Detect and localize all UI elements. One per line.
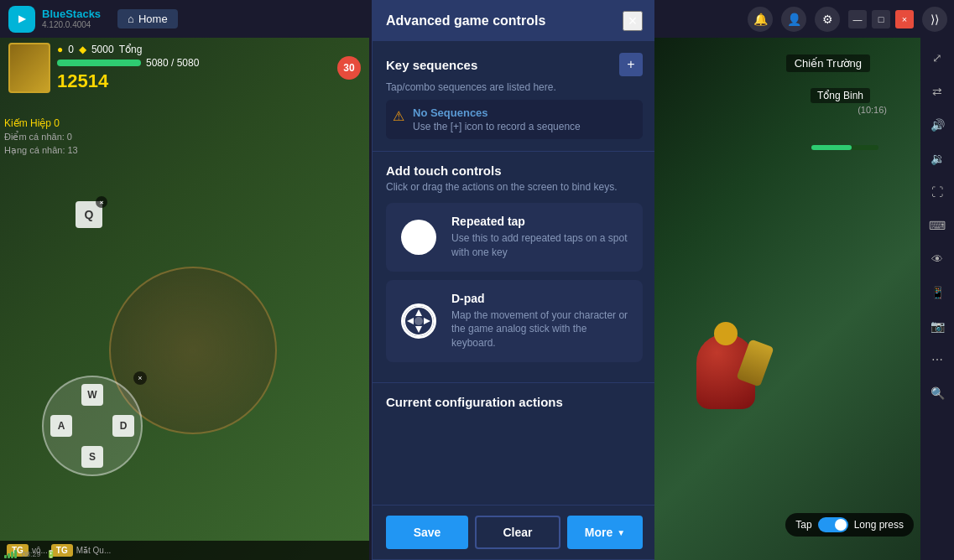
close-button[interactable]: × xyxy=(895,10,914,29)
player-avatar xyxy=(8,43,50,93)
general-name: Tổng Binh xyxy=(811,88,870,103)
s-key[interactable]: S xyxy=(81,446,103,468)
top-bar: ▶ BlueStacks 4.120.0.4004 ⌂ Home xyxy=(0,0,369,38)
level-badge: 30 xyxy=(337,56,361,80)
panel-close-button[interactable]: × xyxy=(623,11,643,31)
a-key[interactable]: A xyxy=(50,415,72,437)
home-button[interactable]: ⌂ Home xyxy=(117,9,178,29)
warning-icon: ⚠ xyxy=(393,108,404,124)
diamond-icon: ◆ xyxy=(79,44,86,55)
bar2 xyxy=(8,553,10,558)
right-hp-bar xyxy=(811,145,878,150)
char-name-area: Kiếm Hiệp 0 Điểm cá nhân: 0 Hạng cá nhân… xyxy=(4,117,78,156)
panel-body[interactable]: Key sequences + Tap/combo sequences are … xyxy=(373,41,656,505)
controls-panel: Advanced game controls × Key sequences +… xyxy=(372,0,657,560)
key-sequences-desc: Tap/combo sequences are listed here. xyxy=(386,81,643,93)
gold-icon: ● xyxy=(57,44,63,55)
fullscreen-icon[interactable]: ⛶ xyxy=(924,179,951,205)
camera-icon[interactable]: 📷 xyxy=(924,313,951,340)
coordinates: (10:16) xyxy=(858,105,887,115)
home-icon: ⌂ xyxy=(128,13,134,25)
dpad-svg xyxy=(404,306,434,336)
more-label: More xyxy=(585,526,613,539)
collapse-icon[interactable]: ⟩⟩ xyxy=(922,7,947,32)
no-seq-content: No Sequences Use the [+] icon to record … xyxy=(413,106,581,132)
dpad-ring xyxy=(401,303,436,339)
maximize-button[interactable]: □ xyxy=(872,10,890,29)
current-config-section: Current configuration actions xyxy=(373,382,656,414)
save-button[interactable]: Save xyxy=(386,516,468,549)
repeated-tap-icon xyxy=(398,216,440,258)
q-key-control[interactable]: Q × xyxy=(76,201,102,228)
wasd-close-btn[interactable]: × xyxy=(133,371,147,385)
tap-label: Tap xyxy=(795,519,811,531)
right-top-bar: 🔔 👤 ⚙ — □ × ⟩⟩ xyxy=(654,0,954,38)
gold-value: 0 xyxy=(68,44,74,55)
home-label: Home xyxy=(138,13,168,25)
diamond-value: 5000 xyxy=(91,44,114,55)
mat-qua-text: Mắt Qu... xyxy=(76,546,112,555)
window-controls: — □ × xyxy=(848,10,914,29)
key-sequences-section: Key sequences + Tap/combo sequences are … xyxy=(373,41,656,152)
key-sequences-title: Key sequences xyxy=(386,58,477,72)
app-version: 4.120.0.4004 xyxy=(42,20,101,29)
game-character xyxy=(696,334,755,409)
char-name: Kiếm Hiệp 0 xyxy=(4,117,78,129)
dpad-icon-area xyxy=(398,300,440,342)
chevron-down-icon: ▼ xyxy=(617,528,625,537)
svg-point-5 xyxy=(414,317,423,325)
notification-icon[interactable]: 🔔 xyxy=(748,7,773,32)
more-dots-icon[interactable]: ⋯ xyxy=(924,346,951,373)
app-info: BlueStacks 4.120.0.4004 xyxy=(42,8,101,29)
eye-icon[interactable]: 👁 xyxy=(924,246,951,272)
tap-circle xyxy=(401,220,436,255)
big-number-row: 12514 xyxy=(57,70,331,92)
hp-fill xyxy=(57,60,141,66)
dpad-desc: Map the movement of your character or th… xyxy=(451,309,631,350)
tong-label: Tổng xyxy=(119,44,143,55)
game-stats-area: ● 0 ◆ 5000 Tổng 5080 / 5080 12514 30 xyxy=(0,38,369,98)
repeated-tap-desc: Use this to add repeated taps on a spot … xyxy=(451,231,631,260)
search-icon[interactable]: 🔍 xyxy=(924,380,951,407)
volume-up-icon[interactable]: 🔊 xyxy=(924,111,951,138)
touch-controls-desc: Click or drag the actions on the screen … xyxy=(386,181,643,193)
tap-long-press-toggle[interactable] xyxy=(818,517,848,532)
section-header: Key sequences + xyxy=(386,53,643,76)
right-hp-fill xyxy=(811,145,852,150)
wasd-control[interactable]: W A D S × xyxy=(42,376,143,476)
q-close-btn[interactable]: × xyxy=(96,196,107,208)
bar4 xyxy=(14,550,17,558)
ping-info: 08:29 🔋 xyxy=(4,550,55,558)
w-key[interactable]: W xyxy=(81,384,103,406)
profile-icon[interactable]: 👤 xyxy=(781,7,806,32)
arrow-right-icon[interactable]: ⇄ xyxy=(924,78,951,105)
gold-row: ● 0 ◆ 5000 Tổng xyxy=(57,44,331,55)
bar3 xyxy=(11,552,13,558)
d-key[interactable]: D xyxy=(112,415,134,437)
big-number: 12514 xyxy=(57,70,108,91)
tablet-icon[interactable]: 📱 xyxy=(924,279,951,306)
dpad-text: D-pad Map the movement of your character… xyxy=(451,292,631,350)
minimize-button[interactable]: — xyxy=(848,10,867,29)
settings-icon[interactable]: ⚙ xyxy=(815,7,840,32)
panel-header: Advanced game controls × xyxy=(373,1,656,41)
keyboard-icon[interactable]: ⌨ xyxy=(924,212,951,239)
repeated-tap-title: Repeated tap xyxy=(451,215,631,228)
player-stats: ● 0 ◆ 5000 Tổng 5080 / 5080 12514 xyxy=(57,44,331,92)
clear-button[interactable]: Clear xyxy=(475,516,560,549)
battery-icon: 🔋 xyxy=(46,550,55,558)
expand-icon[interactable]: ⤢ xyxy=(924,44,951,71)
right-scene: Chiến Trường Tổng Binh (10:16) xyxy=(654,38,920,560)
dpad-title: D-pad xyxy=(451,292,631,305)
toggle-knob xyxy=(835,519,847,531)
no-sequences-title: No Sequences xyxy=(413,106,581,119)
dpad-card[interactable]: D-pad Map the movement of your character… xyxy=(386,280,643,362)
more-button[interactable]: More ▼ xyxy=(567,516,643,549)
touch-controls-section: Add touch controls Click or drag the act… xyxy=(373,152,656,382)
add-sequence-button[interactable]: + xyxy=(619,53,643,76)
scene-title: Chiến Trường xyxy=(786,54,870,72)
hp-text: 5080 / 5080 xyxy=(146,57,199,69)
signal-bars xyxy=(4,550,17,558)
volume-down-icon[interactable]: 🔉 xyxy=(924,145,951,172)
repeated-tap-card[interactable]: Repeated tap Use this to add repeated ta… xyxy=(386,203,643,272)
